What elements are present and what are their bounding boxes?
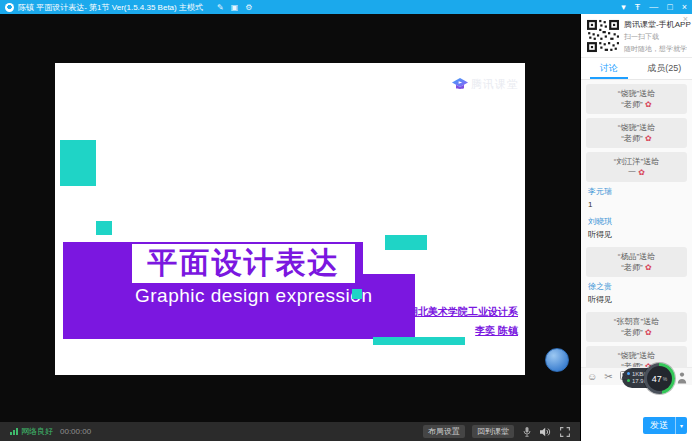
microphone-icon[interactable] xyxy=(523,427,531,437)
layout-settings-button[interactable]: 布局设置 xyxy=(423,425,465,438)
slide-title-box: 平面设计表达 xyxy=(132,244,355,283)
gift-message: “饶骁”送给“老师” ✿ xyxy=(586,346,687,367)
deco-teal-square-small xyxy=(96,221,112,235)
app-logo-icon xyxy=(5,3,14,12)
chat-text: 听得见 xyxy=(588,295,685,305)
deco-teal-square-large xyxy=(60,140,96,186)
chat-username[interactable]: 刘晓琪 xyxy=(588,217,685,227)
slide-department: 湖北美术学院工业设计系 xyxy=(408,305,518,319)
rose-icon: ✿ xyxy=(645,134,652,143)
deco-teal-bar-bottom xyxy=(373,337,465,345)
chat-message: 刘晓琪听得见 xyxy=(588,217,685,240)
send-button[interactable]: 发送 ▾ xyxy=(643,417,687,434)
bottom-control-bar: 网络良好 00:00:00 布局设置 回到课堂 xyxy=(0,422,580,441)
back-to-class-button[interactable]: 回到课堂 xyxy=(472,425,514,438)
gift-message: “饶骁”送给“老师” ✿ xyxy=(586,118,687,148)
slide-authors: 李奕 陈镇 xyxy=(475,324,518,338)
download-dot-icon xyxy=(627,379,630,382)
watermark-text: 腾讯课堂 xyxy=(471,77,519,92)
rose-icon: ✿ xyxy=(645,100,652,109)
chat-username[interactable]: 李元瑞 xyxy=(588,187,685,197)
restore-button[interactable]: □ xyxy=(667,2,672,12)
cpu-percent-unit: % xyxy=(663,376,667,382)
fullscreen-icon[interactable] xyxy=(560,427,570,437)
chat-list[interactable]: “饶骁”送给“老师” ✿“饶骁”送给“老师” ✿“刘江洋”送给一 ✿李元瑞1刘晓… xyxy=(581,80,692,367)
emoji-icon[interactable]: ☺ xyxy=(587,371,597,382)
network-signal-icon xyxy=(10,428,18,435)
slide-title: 平面设计表达 xyxy=(148,243,340,284)
speaker-icon[interactable] xyxy=(540,427,551,437)
floating-camera-bubble[interactable] xyxy=(545,348,569,372)
gift-message: “饶骁”送给“老师” ✿ xyxy=(586,84,687,114)
app-banner-line1: 扫一扫下载 xyxy=(624,32,687,42)
cpu-percent-value: 47 xyxy=(652,374,662,384)
banner-close-icon[interactable]: × xyxy=(683,15,688,24)
rose-icon: ✿ xyxy=(638,168,645,177)
pin-icon[interactable]: Ŧ xyxy=(635,2,641,12)
chat-username[interactable]: 徐之贵 xyxy=(588,282,685,292)
network-status: 网络良好 xyxy=(21,426,53,437)
slide-subtitle: Graphic design expression xyxy=(135,285,372,307)
gift-message: “刘江洋”送给一 ✿ xyxy=(586,152,687,182)
chat-text: 1 xyxy=(588,200,685,210)
chat-message: 徐之贵听得见 xyxy=(588,282,685,305)
board-icon[interactable]: ▣ xyxy=(231,3,239,12)
deco-teal-rect-top xyxy=(385,235,427,250)
window-title: 陈镇 平面设计表达- 第1节 Ver(1.5.4.35 Beta) 主模式 xyxy=(18,2,203,13)
gift-message: “杨晶”送给“老师” ✿ xyxy=(586,247,687,277)
chat-text: 听得见 xyxy=(588,230,685,240)
cpu-gauge[interactable]: 47 % xyxy=(644,363,675,394)
message-input[interactable] xyxy=(581,385,692,415)
presentation-slide: 腾讯课堂 平面设计表达 Graphic design expression 湖北… xyxy=(55,63,525,375)
sidebar-tabs: 讨论 成员(25) xyxy=(581,58,692,80)
send-options-caret-icon[interactable]: ▾ xyxy=(676,422,687,429)
titlebar: 陈镇 平面设计表达- 第1节 Ver(1.5.4.35 Beta) 主模式 ✎ … xyxy=(0,0,692,14)
app-banner-title: 腾讯课堂-手机APP xyxy=(624,19,687,30)
mobile-app-banner: × 腾讯课堂-手机APP 扫一扫下载 随时随 xyxy=(581,14,692,58)
rose-icon: ✿ xyxy=(645,328,652,337)
chat-message: 李元瑞1 xyxy=(588,187,685,210)
rose-icon: ✿ xyxy=(645,263,652,272)
stage: 腾讯课堂 平面设计表达 Graphic design expression 湖北… xyxy=(0,14,580,422)
send-button-label: 发送 xyxy=(643,417,676,434)
close-button[interactable]: × xyxy=(682,2,687,12)
session-timer: 00:00:00 xyxy=(60,427,91,436)
deco-teal-square-subtitle xyxy=(352,289,362,299)
tab-discussion[interactable]: 讨论 xyxy=(581,58,637,79)
scissors-icon[interactable]: ✂ xyxy=(604,371,612,382)
tab-members[interactable]: 成员(25) xyxy=(637,58,692,79)
qr-code xyxy=(587,19,619,53)
gift-message: “张朝喜”送给“老师” ✿ xyxy=(586,312,687,342)
send-row: 发送 ▾ xyxy=(581,415,692,441)
minimize-button[interactable]: — xyxy=(649,2,658,12)
upload-dot-icon xyxy=(627,372,630,375)
tencent-classroom-logo: 腾讯课堂 xyxy=(452,77,519,92)
app-window: 陈镇 平面设计表达- 第1节 Ver(1.5.4.35 Beta) 主模式 ✎ … xyxy=(0,0,692,441)
settings-gear-icon[interactable]: ⚙ xyxy=(245,3,252,12)
raise-hand-icon[interactable] xyxy=(677,370,687,388)
app-banner-line2: 随时随地，想学就学 xyxy=(624,44,687,54)
graduation-cap-icon xyxy=(452,78,468,92)
chevron-down-icon[interactable]: ▾ xyxy=(621,2,626,12)
edit-icon[interactable]: ✎ xyxy=(217,3,224,12)
